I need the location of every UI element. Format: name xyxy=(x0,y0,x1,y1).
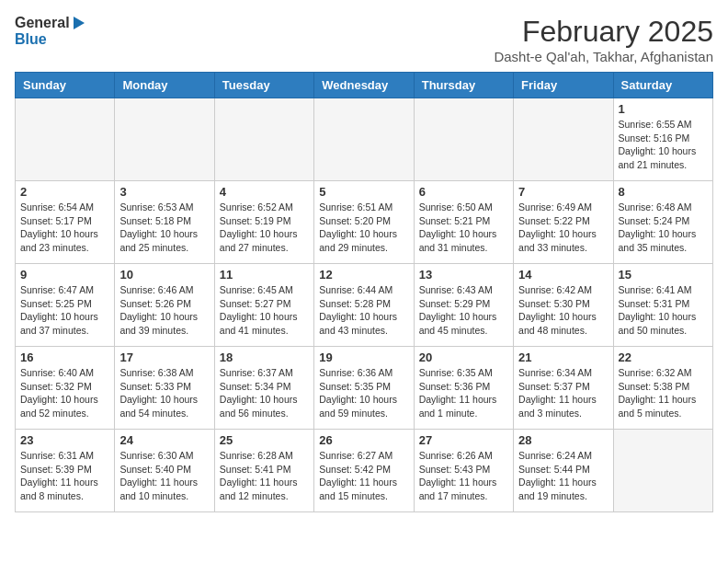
day-info: Sunrise: 6:27 AM Sunset: 5:42 PM Dayligh… xyxy=(319,449,408,503)
calendar-header-monday: Monday xyxy=(115,73,214,98)
day-number: 5 xyxy=(319,185,408,199)
calendar-cell: 12Sunrise: 6:44 AM Sunset: 5:28 PM Dayli… xyxy=(314,264,414,347)
day-number: 18 xyxy=(220,350,309,364)
day-number: 13 xyxy=(419,268,508,282)
calendar-header-wednesday: Wednesday xyxy=(314,73,414,98)
day-number: 17 xyxy=(119,350,209,364)
day-info: Sunrise: 6:24 AM Sunset: 5:44 PM Dayligh… xyxy=(518,449,608,503)
calendar-cell: 10Sunrise: 6:46 AM Sunset: 5:26 PM Dayli… xyxy=(115,264,214,347)
calendar-header-friday: Friday xyxy=(514,73,613,98)
day-number: 23 xyxy=(20,433,109,447)
calendar-cell: 5Sunrise: 6:51 AM Sunset: 5:20 PM Daylig… xyxy=(314,181,414,264)
day-number: 26 xyxy=(319,433,408,447)
day-info: Sunrise: 6:26 AM Sunset: 5:43 PM Dayligh… xyxy=(419,449,508,503)
day-info: Sunrise: 6:41 AM Sunset: 5:31 PM Dayligh… xyxy=(619,283,708,338)
calendar-cell: 27Sunrise: 6:26 AM Sunset: 5:43 PM Dayli… xyxy=(414,430,513,512)
day-info: Sunrise: 6:31 AM Sunset: 5:39 PM Dayligh… xyxy=(20,449,109,503)
page-subtitle: Dasht-e Qal'ah, Takhar, Afghanistan xyxy=(494,49,713,64)
calendar-cell: 18Sunrise: 6:37 AM Sunset: 5:34 PM Dayli… xyxy=(214,347,313,430)
day-number: 8 xyxy=(619,185,708,199)
day-info: Sunrise: 6:40 AM Sunset: 5:32 PM Dayligh… xyxy=(20,366,109,420)
day-info: Sunrise: 6:28 AM Sunset: 5:41 PM Dayligh… xyxy=(220,449,309,503)
day-number: 25 xyxy=(220,433,309,447)
calendar-cell: 14Sunrise: 6:42 AM Sunset: 5:30 PM Dayli… xyxy=(514,264,613,347)
calendar-cell: 2Sunrise: 6:54 AM Sunset: 5:17 PM Daylig… xyxy=(16,181,115,264)
day-info: Sunrise: 6:37 AM Sunset: 5:34 PM Dayligh… xyxy=(220,366,309,420)
calendar-cell xyxy=(414,98,513,181)
calendar-cell: 13Sunrise: 6:43 AM Sunset: 5:29 PM Dayli… xyxy=(414,264,513,347)
calendar-cell xyxy=(115,98,214,181)
day-number: 21 xyxy=(518,350,608,364)
day-info: Sunrise: 6:38 AM Sunset: 5:33 PM Dayligh… xyxy=(119,366,209,420)
title-block: February 2025 Dasht-e Qal'ah, Takhar, Af… xyxy=(494,15,713,64)
calendar-cell: 16Sunrise: 6:40 AM Sunset: 5:32 PM Dayli… xyxy=(16,347,115,430)
calendar-cell: 7Sunrise: 6:49 AM Sunset: 5:22 PM Daylig… xyxy=(514,181,613,264)
day-number: 16 xyxy=(20,350,109,364)
day-info: Sunrise: 6:52 AM Sunset: 5:19 PM Dayligh… xyxy=(220,201,309,255)
day-info: Sunrise: 6:50 AM Sunset: 5:21 PM Dayligh… xyxy=(419,201,508,255)
day-info: Sunrise: 6:30 AM Sunset: 5:40 PM Dayligh… xyxy=(119,449,209,503)
calendar-cell: 24Sunrise: 6:30 AM Sunset: 5:40 PM Dayli… xyxy=(115,430,214,512)
calendar-cell: 26Sunrise: 6:27 AM Sunset: 5:42 PM Dayli… xyxy=(314,430,414,512)
calendar-header-thursday: Thursday xyxy=(414,73,513,98)
calendar-table: SundayMondayTuesdayWednesdayThursdayFrid… xyxy=(15,72,713,512)
day-info: Sunrise: 6:42 AM Sunset: 5:30 PM Dayligh… xyxy=(518,283,608,338)
day-info: Sunrise: 6:53 AM Sunset: 5:18 PM Dayligh… xyxy=(119,201,209,255)
calendar-cell: 4Sunrise: 6:52 AM Sunset: 5:19 PM Daylig… xyxy=(214,181,313,264)
calendar-cell xyxy=(214,98,313,181)
day-number: 19 xyxy=(319,350,408,364)
page-title: February 2025 xyxy=(494,15,713,49)
day-number: 27 xyxy=(419,433,508,447)
calendar-cell: 25Sunrise: 6:28 AM Sunset: 5:41 PM Dayli… xyxy=(214,430,313,512)
calendar-week-row: 9Sunrise: 6:47 AM Sunset: 5:25 PM Daylig… xyxy=(16,264,713,347)
day-number: 12 xyxy=(319,268,408,282)
day-number: 14 xyxy=(518,268,608,282)
day-info: Sunrise: 6:55 AM Sunset: 5:16 PM Dayligh… xyxy=(619,118,708,172)
calendar-cell: 9Sunrise: 6:47 AM Sunset: 5:25 PM Daylig… xyxy=(16,264,115,347)
calendar-cell xyxy=(613,430,712,512)
day-info: Sunrise: 6:43 AM Sunset: 5:29 PM Dayligh… xyxy=(419,283,508,338)
day-number: 2 xyxy=(20,185,109,199)
calendar-cell: 21Sunrise: 6:34 AM Sunset: 5:37 PM Dayli… xyxy=(514,347,613,430)
day-number: 10 xyxy=(119,268,209,282)
day-info: Sunrise: 6:48 AM Sunset: 5:24 PM Dayligh… xyxy=(619,201,708,255)
logo: General Blue xyxy=(15,15,85,48)
day-number: 20 xyxy=(419,350,508,364)
day-info: Sunrise: 6:35 AM Sunset: 5:36 PM Dayligh… xyxy=(419,366,508,420)
day-number: 1 xyxy=(619,102,708,116)
calendar-week-row: 2Sunrise: 6:54 AM Sunset: 5:17 PM Daylig… xyxy=(16,181,713,264)
day-info: Sunrise: 6:49 AM Sunset: 5:22 PM Dayligh… xyxy=(518,201,608,255)
day-number: 28 xyxy=(518,433,608,447)
calendar-cell: 22Sunrise: 6:32 AM Sunset: 5:38 PM Dayli… xyxy=(613,347,712,430)
day-info: Sunrise: 6:44 AM Sunset: 5:28 PM Dayligh… xyxy=(319,283,408,338)
calendar-header-tuesday: Tuesday xyxy=(214,73,313,98)
day-number: 9 xyxy=(20,268,109,282)
page-header: General Blue February 2025 Dasht-e Qal'a… xyxy=(15,15,713,64)
calendar-cell xyxy=(314,98,414,181)
day-number: 6 xyxy=(419,185,508,199)
calendar-header-row: SundayMondayTuesdayWednesdayThursdayFrid… xyxy=(16,73,713,98)
calendar-cell xyxy=(16,98,115,181)
day-info: Sunrise: 6:54 AM Sunset: 5:17 PM Dayligh… xyxy=(20,201,109,255)
calendar-cell: 17Sunrise: 6:38 AM Sunset: 5:33 PM Dayli… xyxy=(115,347,214,430)
day-info: Sunrise: 6:51 AM Sunset: 5:20 PM Dayligh… xyxy=(319,201,408,255)
calendar-cell: 6Sunrise: 6:50 AM Sunset: 5:21 PM Daylig… xyxy=(414,181,513,264)
day-number: 11 xyxy=(220,268,309,282)
calendar-cell: 19Sunrise: 6:36 AM Sunset: 5:35 PM Dayli… xyxy=(314,347,414,430)
logo-general-text: General xyxy=(15,15,70,31)
calendar-cell: 28Sunrise: 6:24 AM Sunset: 5:44 PM Dayli… xyxy=(514,430,613,512)
calendar-week-row: 23Sunrise: 6:31 AM Sunset: 5:39 PM Dayli… xyxy=(16,430,713,512)
day-number: 7 xyxy=(518,185,608,199)
calendar-week-row: 16Sunrise: 6:40 AM Sunset: 5:32 PM Dayli… xyxy=(16,347,713,430)
calendar-cell: 1Sunrise: 6:55 AM Sunset: 5:16 PM Daylig… xyxy=(613,98,712,181)
day-number: 15 xyxy=(619,268,708,282)
calendar-header-sunday: Sunday xyxy=(16,73,115,98)
day-number: 4 xyxy=(220,185,309,199)
calendar-cell: 20Sunrise: 6:35 AM Sunset: 5:36 PM Dayli… xyxy=(414,347,513,430)
day-number: 3 xyxy=(119,185,209,199)
logo-blue-text: Blue xyxy=(15,31,47,47)
calendar-cell: 15Sunrise: 6:41 AM Sunset: 5:31 PM Dayli… xyxy=(613,264,712,347)
calendar-cell xyxy=(514,98,613,181)
calendar-cell: 8Sunrise: 6:48 AM Sunset: 5:24 PM Daylig… xyxy=(613,181,712,264)
calendar-cell: 11Sunrise: 6:45 AM Sunset: 5:27 PM Dayli… xyxy=(214,264,313,347)
